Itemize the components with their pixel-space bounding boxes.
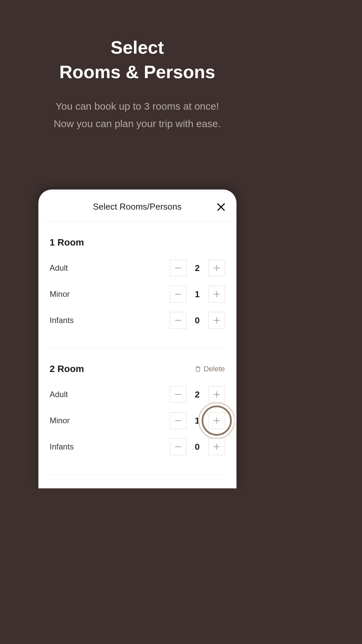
quantity-stepper: 2 — [170, 386, 225, 403]
decrement-button[interactable] — [170, 438, 186, 455]
modal-title: Select Rooms/Persons — [93, 202, 181, 212]
promo-header: Select Rooms & Persons You can book up t… — [0, 0, 275, 133]
person-label: Minor — [50, 289, 70, 299]
increment-button[interactable] — [208, 412, 225, 429]
room-title: 2 Room — [50, 364, 84, 374]
plus-icon — [214, 391, 220, 397]
room-section-1: 1 Room Adult 2 Minor 1 — [50, 222, 225, 348]
room-title: 1 Room — [50, 237, 84, 248]
increment-button[interactable] — [208, 312, 225, 329]
decrement-button[interactable] — [170, 412, 186, 429]
minus-icon — [175, 446, 181, 447]
plus-icon — [214, 317, 220, 323]
decrement-button[interactable] — [170, 386, 186, 403]
quantity-stepper: 1 — [170, 412, 225, 429]
person-row-minor: Minor 1 — [50, 286, 225, 303]
minus-icon — [175, 320, 181, 321]
plus-icon — [214, 265, 220, 271]
room-header: 1 Room — [50, 237, 225, 248]
stepper-value: 1 — [186, 289, 208, 300]
quantity-stepper: 0 — [170, 438, 225, 455]
decrement-button[interactable] — [170, 286, 186, 303]
minus-icon — [175, 268, 181, 268]
person-row-infants: Infants 0 — [50, 312, 225, 329]
close-icon[interactable] — [216, 202, 226, 212]
person-label: Adult — [50, 263, 68, 273]
trash-icon — [195, 366, 201, 372]
person-row-adult: Adult 2 — [50, 386, 225, 403]
person-row-adult: Adult 2 — [50, 260, 225, 276]
quantity-stepper: 0 — [170, 312, 225, 329]
plus-icon — [214, 291, 220, 297]
title-line2: Rooms & Persons — [0, 60, 275, 84]
person-label: Adult — [50, 390, 68, 399]
person-label: Minor — [50, 416, 70, 425]
phone-mockup: Select Rooms/Persons 1 Room Adult 2 — [38, 190, 236, 488]
decrement-button[interactable] — [170, 260, 186, 276]
person-row-infants: Infants 0 — [50, 438, 225, 455]
minus-icon — [175, 420, 181, 421]
plus-icon — [214, 444, 220, 450]
person-row-minor: Minor 1 — [50, 412, 225, 429]
decrement-button[interactable] — [170, 312, 186, 329]
room-section-2: 2 Room Delete Adult 2 — [50, 348, 225, 475]
plus-icon — [214, 418, 220, 424]
stepper-value: 2 — [186, 389, 208, 400]
stepper-value: 0 — [186, 315, 208, 326]
modal-header: Select Rooms/Persons — [40, 192, 234, 222]
delete-room-button[interactable]: Delete — [195, 365, 225, 373]
increment-button[interactable] — [208, 286, 225, 303]
title-line1: Select — [0, 35, 275, 60]
person-label: Infants — [50, 316, 74, 325]
rooms-list: 1 Room Adult 2 Minor 1 — [40, 222, 234, 488]
stepper-value: 1 — [186, 416, 208, 426]
subtitle-line2: Now you can plan your trip with ease. — [0, 115, 275, 133]
minus-icon — [175, 294, 181, 294]
increment-button[interactable] — [208, 386, 225, 403]
minus-icon — [175, 394, 181, 395]
delete-label: Delete — [203, 365, 225, 373]
increment-button[interactable] — [208, 438, 225, 455]
stepper-value: 0 — [186, 442, 208, 452]
page-title: Select Rooms & Persons — [0, 35, 275, 84]
phone-screen: Select Rooms/Persons 1 Room Adult 2 — [40, 192, 234, 488]
person-label: Infants — [50, 442, 74, 451]
room-section-3: 3 Room + Add — [50, 475, 225, 488]
room-header: 2 Room Delete — [50, 364, 225, 374]
subtitle-line1: You can book up to 3 rooms at once! — [0, 98, 275, 115]
quantity-stepper: 2 — [170, 260, 225, 276]
quantity-stepper: 1 — [170, 286, 225, 303]
page-subtitle: You can book up to 3 rooms at once! Now … — [0, 98, 275, 133]
increment-button[interactable] — [208, 260, 225, 276]
stepper-value: 2 — [186, 263, 208, 273]
